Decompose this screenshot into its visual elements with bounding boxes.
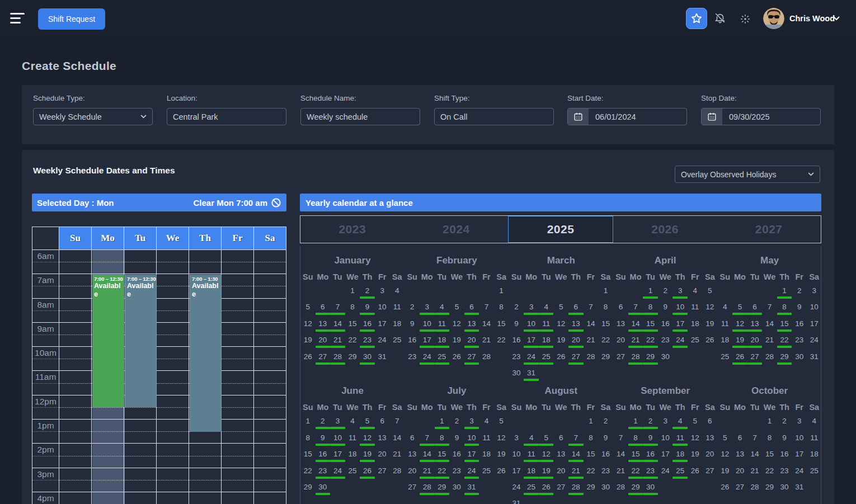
- slot-sa-2pm[interactable]: [254, 444, 286, 468]
- schedule-type-select[interactable]: Weekly Schedule: [33, 108, 153, 125]
- slot-we-12pm[interactable]: [157, 395, 189, 420]
- slot-we-6am[interactable]: [157, 250, 189, 274]
- day-header-su[interactable]: Su: [59, 227, 92, 250]
- slot-mo-6am[interactable]: [92, 250, 124, 274]
- slot-mo-3pm[interactable]: [92, 468, 124, 492]
- availability-event-tu[interactable]: 7:00 – 12:30Available: [125, 275, 157, 407]
- month-october: OctoberSuMoTuWeThFrSa1234567891011121314…: [718, 383, 822, 497]
- slot-mo-2pm[interactable]: [92, 444, 124, 468]
- slot-th-6am[interactable]: [189, 250, 222, 274]
- slot-sa-11am[interactable]: [254, 371, 286, 395]
- location-input[interactable]: [167, 108, 286, 125]
- slot-sa-3pm[interactable]: [254, 468, 286, 492]
- slot-we-11am[interactable]: [157, 371, 189, 395]
- slot-sa-12pm[interactable]: [254, 395, 286, 420]
- slot-sa-9am[interactable]: [254, 323, 286, 347]
- slot-su-4pm[interactable]: [59, 492, 92, 504]
- slot-sa-10am[interactable]: [254, 347, 286, 371]
- slot-fr-9am[interactable]: [222, 323, 254, 347]
- slot-th-2pm[interactable]: [189, 444, 222, 468]
- day-header-fr[interactable]: Fr: [222, 227, 254, 250]
- date-number: 1: [604, 286, 608, 295]
- shift-type-input[interactable]: [434, 108, 554, 125]
- date-cell: 17: [524, 334, 539, 350]
- date-number: 14: [617, 450, 625, 458]
- slot-th-3pm[interactable]: [189, 468, 222, 492]
- day-header-mo[interactable]: Mo: [92, 227, 124, 250]
- slot-tu-1pm[interactable]: [124, 420, 157, 444]
- month-title: August: [509, 383, 613, 399]
- date-cell: 8: [628, 432, 643, 448]
- slot-sa-6am[interactable]: [254, 250, 286, 274]
- year-tab-2024[interactable]: 2024: [405, 216, 509, 243]
- favorites-button[interactable]: [686, 8, 707, 29]
- slot-su-12pm[interactable]: [59, 395, 92, 420]
- slot-we-10am[interactable]: [157, 347, 189, 371]
- slot-fr-3pm[interactable]: [222, 468, 254, 492]
- start-date-input[interactable]: 06/01/2024: [567, 108, 687, 125]
- slot-fr-2pm[interactable]: [222, 444, 254, 468]
- slot-tu-6am[interactable]: [124, 250, 157, 274]
- slot-fr-12pm[interactable]: [222, 395, 254, 420]
- slot-fr-1pm[interactable]: [222, 420, 254, 444]
- chevron-down-icon[interactable]: [833, 16, 840, 21]
- slot-tu-4pm[interactable]: [124, 492, 157, 504]
- slot-su-8am[interactable]: [59, 299, 92, 323]
- slot-sa-7am[interactable]: [254, 274, 286, 298]
- clear-slot-button[interactable]: Clear Mon 7:00 am: [193, 197, 281, 208]
- slot-su-3pm[interactable]: [59, 468, 92, 492]
- slot-tu-3pm[interactable]: [124, 468, 157, 492]
- slot-th-4pm[interactable]: [189, 492, 222, 504]
- day-header-th[interactable]: Th: [189, 227, 222, 250]
- slot-we-4pm[interactable]: [157, 492, 189, 504]
- slot-su-2pm[interactable]: [59, 444, 92, 468]
- slot-fr-10am[interactable]: [222, 347, 254, 371]
- slot-we-8am[interactable]: [157, 299, 189, 323]
- avatar[interactable]: [763, 8, 784, 29]
- year-tab-2025[interactable]: 2025: [508, 216, 613, 243]
- holiday-overlay-select[interactable]: Overlay Observed Holidays: [675, 166, 820, 183]
- slot-sa-4pm[interactable]: [254, 492, 286, 504]
- bell-muted-icon[interactable]: [714, 12, 726, 25]
- shift-request-button[interactable]: Shift Request: [38, 8, 105, 30]
- slot-mo-4pm[interactable]: [92, 492, 124, 504]
- day-header-tu[interactable]: Tu: [124, 227, 157, 250]
- user-name[interactable]: Chris Wood: [789, 14, 835, 23]
- stop-date-input[interactable]: 09/30/2025: [701, 108, 821, 125]
- availability-event-th[interactable]: 7:00 – 1:30Available: [190, 275, 222, 431]
- slot-su-6am[interactable]: [59, 250, 92, 274]
- slot-fr-8am[interactable]: [222, 299, 254, 323]
- slot-fr-4pm[interactable]: [222, 492, 254, 504]
- year-tab-2026[interactable]: 2026: [613, 216, 717, 243]
- slot-su-1pm[interactable]: [59, 420, 92, 444]
- slot-fr-11am[interactable]: [222, 371, 254, 395]
- calendar-icon[interactable]: [702, 109, 722, 125]
- slot-we-9am[interactable]: [157, 323, 189, 347]
- slot-fr-6am[interactable]: [222, 250, 254, 274]
- menu-icon[interactable]: [10, 13, 25, 25]
- slot-sa-1pm[interactable]: [254, 420, 286, 444]
- schedule-name-input[interactable]: [300, 108, 420, 125]
- availability-event-mo[interactable]: 7:00 – 12:30Available: [92, 275, 124, 407]
- slot-su-11am[interactable]: [59, 371, 92, 395]
- brightness-icon[interactable]: [740, 13, 751, 25]
- slot-we-7am[interactable]: [157, 274, 189, 298]
- slot-we-2pm[interactable]: [157, 444, 189, 468]
- year-tab-2023[interactable]: 2023: [300, 216, 405, 243]
- slot-mo-1pm[interactable]: [92, 420, 124, 444]
- slot-we-3pm[interactable]: [157, 468, 189, 492]
- slot-we-1pm[interactable]: [157, 420, 189, 444]
- slot-su-9am[interactable]: [59, 323, 92, 347]
- day-header-we[interactable]: We: [157, 227, 189, 250]
- calendar-icon[interactable]: [568, 109, 589, 125]
- day-header-sa[interactable]: Sa: [254, 227, 286, 250]
- date-cell: 21: [479, 334, 494, 350]
- slot-su-10am[interactable]: [59, 347, 92, 371]
- date-number: 29: [586, 483, 595, 491]
- year-tab-2027[interactable]: 2027: [717, 216, 821, 243]
- date-number: 4: [693, 286, 698, 295]
- slot-su-7am[interactable]: [59, 274, 92, 298]
- slot-tu-2pm[interactable]: [124, 444, 157, 468]
- slot-fr-7am[interactable]: [222, 274, 254, 298]
- slot-sa-8am[interactable]: [254, 299, 286, 323]
